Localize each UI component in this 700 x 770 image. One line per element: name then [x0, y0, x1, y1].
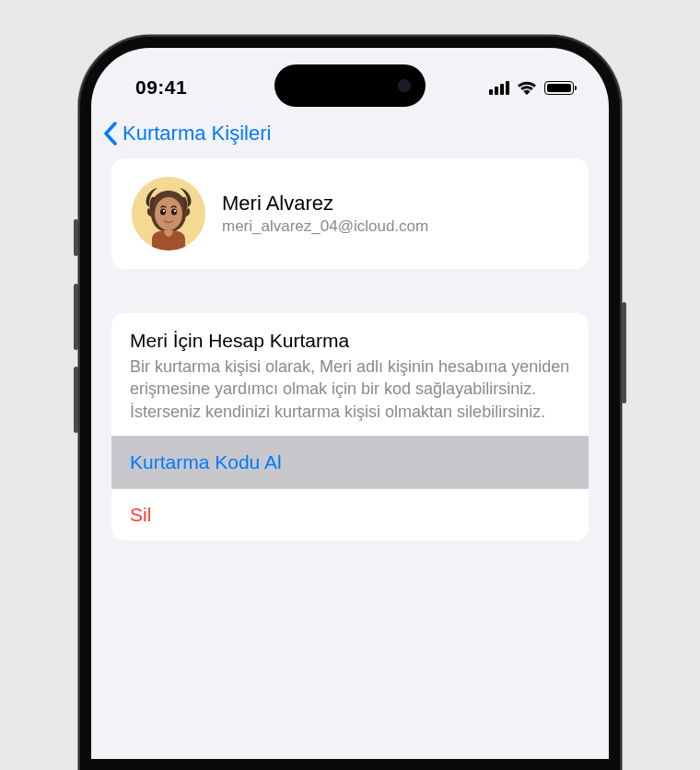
contact-info: Meri Alvarez meri_alvarez_04@icloud.com: [222, 192, 428, 236]
cellular-icon: [489, 81, 509, 95]
get-recovery-code-button[interactable]: Kurtarma Kodu Al: [111, 436, 589, 488]
contact-email: meri_alvarez_04@icloud.com: [222, 217, 428, 236]
battery-icon: [544, 81, 574, 95]
recovery-header: Meri İçin Hesap Kurtarma Bir kurtarma ki…: [111, 313, 589, 436]
svg-point-1: [155, 197, 182, 230]
status-time: 09:41: [135, 76, 187, 99]
svg-point-3: [171, 209, 177, 216]
recovery-section: Meri İçin Hesap Kurtarma Bir kurtarma ki…: [111, 313, 589, 541]
camera-dot: [398, 79, 411, 92]
contact-card[interactable]: Meri Alvarez meri_alvarez_04@icloud.com: [111, 158, 589, 269]
volume-down-button: [74, 367, 78, 433]
dynamic-island: [274, 64, 426, 107]
content-area: Meri Alvarez meri_alvarez_04@icloud.com …: [91, 158, 609, 541]
recovery-description: Bir kurtarma kişisi olarak, Meri adlı ki…: [130, 356, 570, 423]
nav-back-label[interactable]: Kurtarma Kişileri: [122, 122, 271, 146]
nav-bar[interactable]: Kurtarma Kişileri: [91, 112, 609, 158]
back-chevron-icon[interactable]: [102, 122, 119, 146]
status-icons: [489, 80, 574, 95]
svg-point-5: [174, 210, 176, 212]
power-button: [622, 302, 626, 403]
avatar: [132, 177, 205, 251]
volume-up-button: [74, 284, 78, 350]
mute-switch: [74, 219, 78, 256]
svg-point-2: [160, 209, 166, 216]
svg-point-4: [163, 210, 165, 212]
wifi-icon: [517, 80, 537, 95]
screen: 09:41 Kurtarma Kişileri: [91, 48, 609, 759]
phone-frame: 09:41 Kurtarma Kişileri: [78, 35, 622, 770]
contact-name: Meri Alvarez: [222, 192, 428, 216]
delete-button[interactable]: Sil: [111, 488, 589, 541]
recovery-title: Meri İçin Hesap Kurtarma: [130, 330, 570, 352]
